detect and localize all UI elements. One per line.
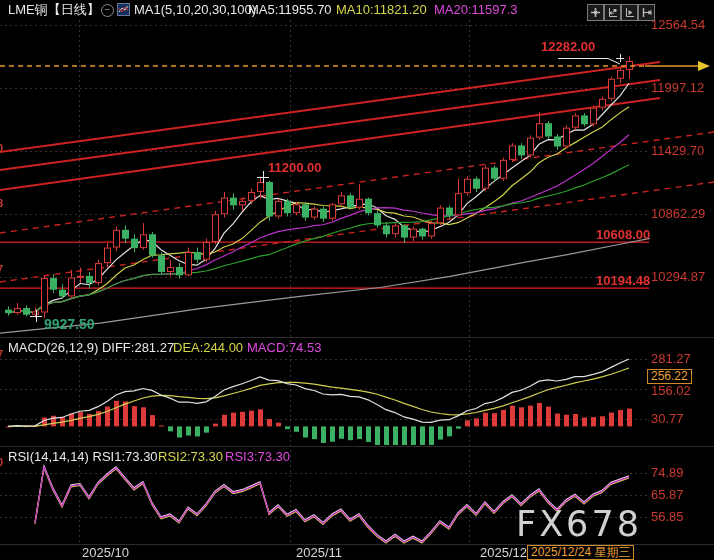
x-tick-dec: 2025/12 [480, 546, 527, 560]
marked-peak-label: 11200.00 [268, 161, 322, 175]
x-tick-nov: 2025/11 [296, 546, 342, 560]
support1-label: 10608.00 [596, 228, 650, 242]
support2-label: 10194.48 [596, 274, 650, 288]
trading-chart-window: LME铜【日线】 − MA1(5,10,20,30,100) MA5:11955… [0, 0, 714, 560]
rsi2-value: RSI2:73.30 [158, 450, 223, 464]
panel-divider [0, 337, 714, 338]
edge-fragment: 7 [0, 262, 3, 276]
edge-fragment: 0 [0, 455, 3, 469]
y-tick-3: 11429.70 [651, 144, 704, 158]
x-tick-oct: 2025/10 [82, 546, 129, 560]
fx678-watermark: FX678 [516, 504, 642, 544]
edge-fragment: 7 [0, 347, 3, 361]
rsi-y-tick-2: 65.87 [651, 488, 684, 502]
y-tick-5: 10294.87 [651, 270, 705, 284]
macd-value: MACD:74.53 [247, 341, 321, 355]
ma20-value: MA20:11597.3 [434, 3, 518, 17]
marked-high-label: 12282.00 [541, 40, 595, 54]
edge-fragment: 8 [0, 196, 3, 210]
ma10-value: MA10:11821.20 [336, 3, 427, 17]
macd-y-tick-2: 156.02 [651, 384, 691, 398]
rsi-y-tick-3: 56.85 [651, 510, 684, 524]
collapse-icon[interactable]: − [101, 4, 114, 17]
rsi3-value: RSI3:73.30 [225, 450, 290, 464]
rsi-title: RSI(14,14,14) RSI1:73.30 [8, 450, 158, 464]
y-tick-1: 12564.54 [651, 18, 705, 32]
macd-title: MACD(26,12,9) DIFF:281.27 [8, 341, 174, 355]
chart-style-icon[interactable] [117, 3, 130, 16]
edge-fragment: 0 [0, 141, 3, 155]
current-date-box: 2025/12/24 星期三 [527, 545, 634, 560]
move-crosshair-icon[interactable] [587, 4, 604, 21]
marked-low-label: 9927.50 [44, 317, 95, 331]
y-tick-2: 11997.12 [651, 81, 704, 95]
panel-divider [0, 446, 714, 447]
rsi-y-tick-1: 74.89 [651, 466, 684, 480]
macd-y-tick-1: 281.27 [651, 352, 691, 366]
axis-play-icon[interactable] [621, 4, 638, 21]
symbol-title: LME铜【日线】 [8, 3, 100, 17]
axis-zoom-left-icon[interactable] [604, 4, 621, 21]
macd-dea-value: DEA:244.00 [173, 341, 243, 355]
y-tick-4: 10862.29 [651, 207, 705, 221]
macd-y-tick-3: 30.77 [651, 412, 684, 426]
macd-current-value-box: 256.22 [647, 369, 692, 384]
ma5-value: MA5:11955.70 [248, 3, 332, 17]
ma-set-label: MA1(5,10,20,30,100) [134, 3, 256, 17]
